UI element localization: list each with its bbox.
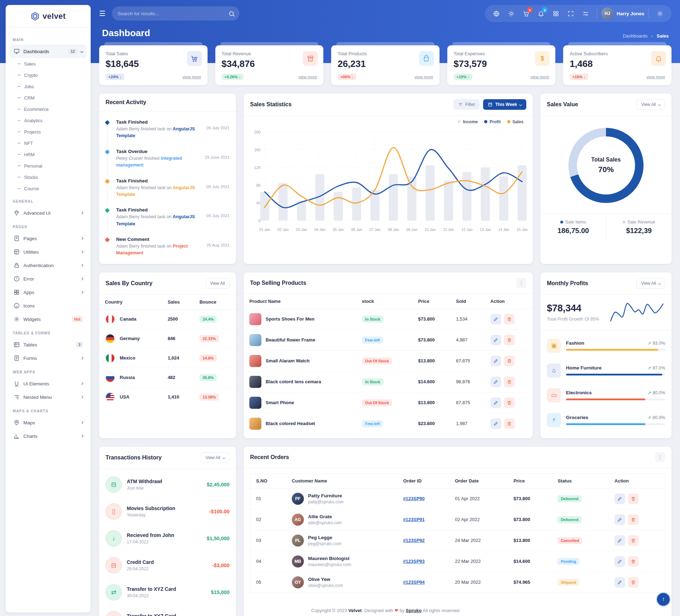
stock-badge: Out Of Stock xyxy=(362,399,392,406)
edit-button[interactable] xyxy=(491,356,501,366)
edit-button[interactable] xyxy=(614,535,625,546)
scroll-to-top-button[interactable]: ↑ xyxy=(656,592,671,607)
sidebar-item-apps[interactable]: Apps xyxy=(10,286,86,299)
sidebar-subitem[interactable]: HRM xyxy=(10,149,86,160)
sidebar-item-dashboards[interactable]: Dashboards 12 xyxy=(10,45,86,58)
delete-button[interactable] xyxy=(504,377,515,387)
order-id-link[interactable]: #123SP93 xyxy=(403,559,425,564)
sliders-icon[interactable] xyxy=(579,7,593,20)
settings-gear-icon[interactable] xyxy=(653,7,667,20)
sidebar-subitem[interactable]: Projects xyxy=(10,126,86,137)
sidebar-subitem[interactable]: Course xyxy=(10,183,86,194)
delete-button[interactable] xyxy=(628,514,639,525)
view-all-button[interactable]: View All xyxy=(636,278,665,289)
brand-logo[interactable]: velvet xyxy=(6,5,91,28)
sidebar-item-utilities[interactable]: Utilities xyxy=(10,245,86,259)
view-more-link[interactable]: view more xyxy=(531,75,549,79)
search-input[interactable] xyxy=(118,11,229,16)
delete-button[interactable] xyxy=(504,314,515,324)
hot-badge: Hot xyxy=(72,316,83,322)
sidebar-subitem[interactable]: Stocks xyxy=(10,171,86,183)
dashboards-count-badge: 12 xyxy=(68,49,77,54)
order-id-link[interactable]: #123SP90 xyxy=(403,496,425,501)
apps-launcher-icon[interactable] xyxy=(549,7,563,20)
hamburger-menu-icon[interactable]: ☰ xyxy=(99,9,106,18)
edit-button[interactable] xyxy=(491,314,501,324)
edit-button[interactable] xyxy=(491,397,501,408)
more-options-icon[interactable]: ⋮ xyxy=(516,278,526,288)
sidebar-subitem[interactable]: Personal xyxy=(10,160,86,171)
edit-button[interactable] xyxy=(491,335,501,345)
delete-button[interactable] xyxy=(628,493,639,504)
sidebar-item-advanced-ui[interactable]: Advanced Ui xyxy=(10,206,86,220)
order-id-link[interactable]: #123SP91 xyxy=(403,517,425,522)
edit-button[interactable] xyxy=(614,514,625,525)
cart-count-badge: 5 xyxy=(527,7,533,13)
sidebar-subitem[interactable]: Analytics xyxy=(10,115,86,126)
view-all-button[interactable]: View All xyxy=(201,452,230,463)
delete-button[interactable] xyxy=(504,397,515,408)
globe-icon[interactable] xyxy=(490,7,503,20)
arrow-down-icon: ↓ xyxy=(352,75,354,79)
user-menu[interactable]: HJ Harry Jones xyxy=(601,7,644,19)
sidebar-subitem[interactable]: NFT xyxy=(10,137,86,149)
view-all-button[interactable]: View All xyxy=(205,278,230,289)
sidebar-item-charts[interactable]: Charts xyxy=(10,429,86,443)
delete-button[interactable] xyxy=(628,556,639,567)
donut-chart: Total Sales 70% xyxy=(540,116,672,214)
view-more-link[interactable]: view more xyxy=(299,75,317,79)
sidebar-item-widgets[interactable]: Widgets Hot xyxy=(10,312,86,326)
sidebar-subitem[interactable]: Jobs xyxy=(10,81,86,92)
fullscreen-icon[interactable] xyxy=(564,7,578,20)
edit-button[interactable] xyxy=(614,493,625,504)
delete-button[interactable] xyxy=(628,577,639,588)
filter-button[interactable]: Filter xyxy=(453,99,480,110)
chart-legend[interactable]: IncomeProfitSales xyxy=(244,116,533,124)
delete-button[interactable] xyxy=(504,335,515,345)
view-more-link[interactable]: view more xyxy=(414,75,433,79)
view-more-link[interactable]: view more xyxy=(647,75,665,79)
edit-button[interactable] xyxy=(614,577,625,588)
sidebar-item-maps[interactable]: Maps xyxy=(10,416,86,429)
edit-button[interactable] xyxy=(491,377,501,387)
sidebar-item-error[interactable]: Error xyxy=(10,272,86,286)
notifications-bell-icon[interactable]: 3 xyxy=(534,7,548,20)
sidebar-item-icons[interactable]: Icons xyxy=(10,299,86,312)
delete-button[interactable] xyxy=(628,535,639,546)
sidebar-subitem[interactable]: Crypto xyxy=(10,69,86,81)
sidebar-item-ui-elements[interactable]: Ui Elements xyxy=(10,377,86,390)
search-icon[interactable] xyxy=(229,11,234,16)
chevron-down-icon xyxy=(658,103,661,106)
date-range-button[interactable]: This Week xyxy=(483,99,526,110)
view-more-link[interactable]: view more xyxy=(182,75,201,79)
delete-button[interactable] xyxy=(504,418,515,429)
edit-button[interactable] xyxy=(491,418,501,429)
delete-button[interactable] xyxy=(504,356,515,366)
sidebar-subitem[interactable]: CRM xyxy=(10,92,86,103)
theme-sun-icon[interactable] xyxy=(505,7,518,20)
more-options-icon[interactable]: ⋮ xyxy=(655,452,665,462)
sidebar-subitem[interactable]: Sales xyxy=(10,58,86,69)
country-flag-icon xyxy=(105,314,115,324)
sidebar-item-tables[interactable]: Tables 3 xyxy=(10,338,86,351)
legend-item[interactable]: Sales xyxy=(507,119,523,124)
spruko-link[interactable]: Spruko xyxy=(406,608,422,613)
table-row: Black colord lens cemara In Stock $14.60… xyxy=(244,371,533,392)
legend-item[interactable]: Income xyxy=(458,119,478,124)
legend-item[interactable]: Profit xyxy=(484,119,500,124)
sidebar-item-forms[interactable]: Forms xyxy=(10,351,86,365)
sidebar-item-nested-menu[interactable]: Nested Menu xyxy=(10,390,86,404)
recent-orders-panel: Recent Orders ⋮ S.NO Customer Name Order… xyxy=(244,447,672,616)
view-all-button[interactable]: View All xyxy=(636,99,665,110)
edit-button[interactable] xyxy=(614,556,625,567)
order-id-link[interactable]: #123SP92 xyxy=(403,538,425,543)
customer-email: patty@spruko.com xyxy=(308,499,344,504)
pencil-icon xyxy=(493,400,498,405)
cart-icon[interactable]: 5 xyxy=(520,7,533,20)
breadcrumb-parent[interactable]: Dashboards xyxy=(623,33,647,39)
sidebar-subitem-label: NFT xyxy=(24,141,33,146)
sidebar-subitem[interactable]: Ecommerce xyxy=(10,103,86,115)
sidebar-item-pages[interactable]: Pages xyxy=(10,232,86,245)
order-id-link[interactable]: #123SP94 xyxy=(403,580,425,585)
sidebar-item-authentication[interactable]: Authentication xyxy=(10,259,86,272)
